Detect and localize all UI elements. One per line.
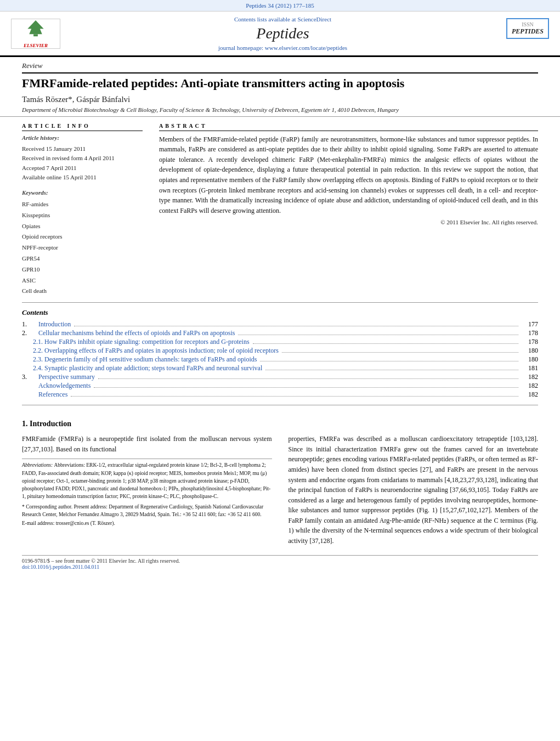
toc-text[interactable]: 2.2. Overlapping effects of FaRPs and op… (33, 347, 279, 355)
section-1-heading: 1. Introduction (22, 420, 538, 428)
elsevier-logo: ELSEVIER (11, 19, 60, 49)
toc-text[interactable]: References (38, 391, 67, 399)
article-info-abstract: A R T I C L E I N F O Article history: R… (0, 117, 560, 303)
toc-dots (282, 352, 518, 353)
toc-dots (71, 396, 518, 397)
toc-dots (253, 343, 518, 344)
toc-row: References182 (22, 391, 538, 399)
abstract-header: A B S T R A C T (159, 122, 538, 131)
keyword-item: GPR54 (22, 253, 143, 264)
journal-contents-link: Contents lists available at ScienceDirec… (234, 16, 331, 22)
homepage-prefix: journal homepage: (218, 44, 265, 51)
toc-page: 180 (522, 355, 538, 364)
homepage-link[interactable]: www.elsevier.com/locate/peptides (265, 44, 347, 51)
footer-copyright: 0196-9781/$ – see front matter © 2011 El… (22, 558, 180, 564)
keyword-item: NPFF-receptor (22, 242, 143, 253)
keyword-item: Opioid receptors (22, 231, 143, 242)
toc-page: 178 (522, 338, 538, 346)
footnote-abbr-text: Abbreviations: ERK-1/2, extracellular si… (22, 462, 270, 499)
article-info-header: A R T I C L E I N F O (22, 122, 143, 131)
toc-text[interactable]: 2.1. How FaRPs inhibit opiate signaling:… (33, 338, 250, 346)
toc-dots (74, 326, 518, 326)
svg-rect-2 (33, 34, 38, 36)
toc-container: 1.Introduction1772.Cellular mechanisms b… (22, 320, 538, 399)
intro-para-2: properties, FMRFa was described as a mol… (289, 434, 539, 546)
issue-info: Peptides 34 (2012) 177–185 (246, 2, 314, 9)
received-revised-date: Received in revised form 4 April 2011 (22, 154, 143, 163)
right-column: A B S T R A C T Members of the FMRFamide… (159, 122, 538, 297)
toc-text[interactable]: Introduction (38, 320, 71, 329)
toc-text[interactable]: 2.3. Degenerin family of pH sensitive so… (33, 355, 257, 364)
main-right-col: properties, FMRFa was described as a mol… (289, 434, 539, 550)
journal-header: ELSEVIER Contents lists available at Sci… (0, 12, 560, 56)
received-text: Received 15 January 2011 (22, 145, 86, 152)
keywords-list: RF-amidesKisspeptinsOpiatesOpioid recept… (22, 199, 143, 297)
toc-text[interactable]: Perspective summary (38, 373, 95, 381)
main-left-col: FMRFamide (FMRFa) is a neuropeptide firs… (22, 434, 272, 550)
intro-right-text: properties, FMRFa was described as a mol… (289, 434, 539, 546)
abstract-copyright: © 2011 Elsevier Inc. All rights reserved… (159, 219, 538, 225)
affiliation: Department of Microbial Biotechnology & … (0, 105, 560, 117)
journal-title: Peptides (256, 25, 309, 42)
toc-dots (98, 378, 518, 379)
journal-logo-right: ISSN PEPTIDES (500, 16, 549, 51)
keywords-label: Keywords: (22, 189, 143, 196)
toc-text[interactable]: 2.4. Synaptic plasticity and opiate addi… (33, 364, 262, 372)
keyword-item: GPR10 (22, 264, 143, 275)
divider-2 (22, 405, 538, 405)
toc-page: 182 (522, 391, 538, 399)
contents-prefix: Contents lists available at (234, 16, 297, 22)
toc-row: 2.Cellular mechanisms behind the effects… (22, 329, 538, 337)
toc-num: 1. (22, 320, 37, 329)
received-date: Received 15 January 2011 (22, 144, 143, 154)
article-type: Review (0, 56, 560, 70)
available-text: Available online 15 April 2011 (22, 174, 97, 180)
keywords-section: Keywords: RF-amidesKisspeptinsOpiatesOpi… (22, 189, 143, 297)
authors: Tamás Röszer*, Gáspár Bánfalvi (0, 94, 560, 105)
toc-text[interactable]: Cellular mechanisms behind the effects o… (38, 329, 235, 337)
intro-left-text: FMRFamide (FMRFa) is a neuropeptide firs… (22, 434, 272, 454)
footer-doi[interactable]: doi:10.1016/j.peptides.2011.04.011 (22, 564, 99, 570)
toc-dots (265, 370, 518, 370)
footnote-abbr-label: Abbreviations: (22, 462, 54, 468)
intro-para-1: FMRFamide (FMRFa) is a neuropeptide firs… (22, 434, 272, 454)
received-revised-text: Received in revised form 4 April 2011 (22, 155, 115, 161)
main-content: FMRFamide (FMRFa) is a neuropeptide firs… (0, 434, 560, 550)
page-wrapper: Peptides 34 (2012) 177–185 ELSEVIER Cont… (0, 0, 560, 570)
peptides-logo-text: PEPTIDES (512, 27, 544, 36)
keyword-item: Opiates (22, 221, 143, 232)
email-text: E-mail address: trosser@cnio.es (T. Rösz… (22, 521, 115, 526)
article-title: FMRFamide-related peptides: Anti-opiate … (0, 73, 560, 94)
contents-title: Contents (22, 308, 538, 317)
footnote-abbreviations: Abbreviations: Abbreviations: ERK-1/2, e… (22, 461, 272, 500)
keyword-item: Kisspeptins (22, 210, 143, 221)
footnote-email: E-mail address: trosser@cnio.es (T. Rösz… (22, 519, 272, 527)
toc-dots (94, 387, 518, 388)
elsevier-text: ELSEVIER (24, 43, 48, 48)
toc-page: 180 (522, 347, 538, 355)
accepted-text: Accepted 7 April 2011 (22, 165, 76, 171)
page-footer: 0196-9781/$ – see front matter © 2011 El… (22, 555, 538, 570)
corresponding-text: * Corresponding author. Present address:… (22, 504, 263, 517)
toc-page: 182 (522, 373, 538, 381)
sciencedirect-link[interactable]: ScienceDirect (297, 16, 331, 22)
toc-num: 2. (22, 329, 37, 337)
journal-homepage: journal homepage: www.elsevier.com/locat… (218, 44, 347, 51)
toc-row: 2.2. Overlapping effects of FaRPs and op… (22, 347, 538, 355)
toc-text[interactable]: Acknowledgements (38, 382, 90, 390)
left-column: A R T I C L E I N F O Article history: R… (22, 122, 143, 297)
accepted-date: Accepted 7 April 2011 (22, 163, 143, 173)
top-band: Peptides 34 (2012) 177–185 (0, 0, 560, 12)
abstract-text: Members of the FMRFamide-related peptide… (159, 134, 538, 216)
toc-page: 182 (522, 382, 538, 390)
journal-center: Contents lists available at ScienceDirec… (66, 16, 500, 51)
toc-num: 3. (22, 373, 37, 381)
peptides-box: ISSN PEPTIDES (506, 18, 549, 39)
article-history-label: Article history: (22, 134, 143, 141)
contents-section: Contents 1.Introduction1772.Cellular mec… (0, 303, 560, 405)
toc-row: 2.3. Degenerin family of pH sensitive so… (22, 355, 538, 364)
keyword-item: RF-amides (22, 199, 143, 210)
toc-row: 2.4. Synaptic plasticity and opiate addi… (22, 364, 538, 372)
footnote-corresponding: * Corresponding author. Present address:… (22, 503, 272, 519)
toc-row: 3.Perspective summary182 (22, 373, 538, 381)
